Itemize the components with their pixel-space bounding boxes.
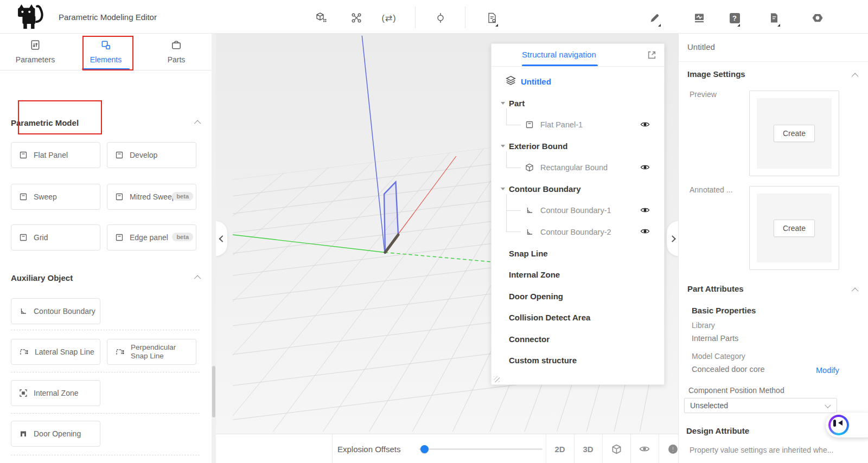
collapse-chevron-icon[interactable] <box>852 288 859 295</box>
library-label: Library <box>692 321 715 330</box>
tab-parameters[interactable]: Parameters <box>0 34 71 70</box>
eye-visibility-icon[interactable] <box>640 120 650 131</box>
element-button-lateral-snap-line[interactable]: Lateral Snap Line <box>11 339 100 365</box>
eye-icon <box>639 445 650 453</box>
tree-root-label[interactable]: Untitled <box>521 77 551 86</box>
help-icon[interactable]: ? <box>727 11 742 25</box>
scrollbar-thumb[interactable] <box>212 366 215 417</box>
visibility-button[interactable] <box>630 434 659 463</box>
tree-group-row: Snap Line <box>492 243 664 265</box>
annotated-image-box: Create <box>749 186 839 270</box>
explosion-slider-track[interactable] <box>419 448 542 450</box>
image-settings-title: Image Settings <box>687 69 745 79</box>
panel-resize-handle[interactable] <box>494 376 500 382</box>
preview-label: Preview <box>690 90 717 99</box>
assistant-button[interactable] <box>826 413 868 438</box>
dropdown-caret[interactable] <box>777 24 780 27</box>
element-button-mitred-sweep[interactable]: Mitred Sweep beta <box>107 184 196 210</box>
tree-group-label[interactable]: Contour Boundary <box>509 184 581 194</box>
element-button-flat-panel[interactable]: Flat Panel <box>11 142 100 168</box>
tab-parts[interactable]: Parts <box>141 34 212 70</box>
beta-badge: beta <box>172 233 193 241</box>
collapse-triangle-icon[interactable] <box>501 145 505 147</box>
collapse-right-panel-handle[interactable] <box>667 221 678 256</box>
tab-elements[interactable]: Elements <box>71 34 141 70</box>
viewport-toolbar: Explosion Offsets 2D 3D <box>216 434 678 463</box>
tab-structural-navigation[interactable]: Structural navigation <box>522 50 596 59</box>
flat-panel-icon <box>19 151 28 159</box>
tree-group-label[interactable]: Part <box>509 99 525 108</box>
tree-item-label[interactable]: Rectangular Bound <box>540 163 608 172</box>
element-button-develop[interactable]: Develop <box>107 142 196 168</box>
element-button-grid[interactable]: Grid <box>11 224 100 250</box>
edit-pencil-icon[interactable] <box>648 11 662 25</box>
dropdown-caret[interactable] <box>658 24 661 27</box>
eye-visibility-icon[interactable] <box>640 227 650 237</box>
collapse-chevron-icon[interactable] <box>194 275 201 282</box>
internal-zone-icon <box>19 389 28 397</box>
node-graph-icon[interactable] <box>349 11 363 25</box>
document-export-icon[interactable] <box>485 11 499 25</box>
tree-group-label[interactable]: Door Opening <box>509 292 563 301</box>
create-preview-button[interactable]: Create <box>774 125 815 142</box>
contour-boundary-icon <box>525 206 534 215</box>
document-list-icon[interactable] <box>767 11 781 25</box>
expand-panel-icon[interactable] <box>647 50 656 60</box>
eye-visibility-icon[interactable] <box>640 206 650 216</box>
element-button-perpendicular-snap-line[interactable]: Perpendicular Snap Line <box>107 339 196 365</box>
annotated-label: Annotated ... <box>690 185 732 194</box>
explosion-slider-thumb[interactable] <box>420 445 429 453</box>
divider <box>11 455 200 455</box>
cube-view-button[interactable] <box>602 434 630 463</box>
tree-group-row: Collision Detect Area <box>492 307 664 329</box>
swap-direction-icon[interactable]: (⇄) <box>380 11 398 25</box>
collapse-chevron-icon[interactable] <box>194 120 201 127</box>
tree-group-label[interactable]: Internal Zone <box>509 270 560 279</box>
preview-image-box: Create <box>749 91 839 176</box>
view-3d-button[interactable]: 3D <box>574 434 602 463</box>
tree-group-label[interactable]: Custom structure <box>509 356 577 365</box>
dropdown-caret[interactable] <box>495 24 498 27</box>
element-button-edge-panel[interactable]: Edge panel beta <box>107 224 196 250</box>
design-attribute-note: Property value settings are inherited wh… <box>690 446 833 454</box>
element-button-sweep[interactable]: Sweep <box>11 184 100 210</box>
tree-group-label[interactable]: Snap Line <box>509 249 548 258</box>
document-title-row: Untitled <box>679 34 868 62</box>
explosion-offsets-label: Explosion Offsets <box>337 434 400 463</box>
chevron-left-icon <box>219 235 226 242</box>
collapse-triangle-icon[interactable] <box>501 102 505 105</box>
select-value: Unselected <box>690 401 728 410</box>
door-opening-icon <box>19 429 28 438</box>
tree-group-label[interactable]: Connector <box>509 335 550 344</box>
eye-visibility-icon[interactable] <box>640 163 650 173</box>
basic-properties-title: Basic Properties <box>692 306 756 315</box>
settings-hexnut-icon[interactable] <box>810 11 825 25</box>
cube-icon <box>611 444 622 454</box>
section-title: Auxiliary Object <box>11 273 73 282</box>
header-separator <box>465 7 465 28</box>
tree-item-label[interactable]: Flat Panel-1 <box>540 120 583 129</box>
modify-link[interactable]: Modify <box>816 366 839 375</box>
flat-panel-icon <box>115 233 124 242</box>
tree-group-label[interactable]: Exterior Bound <box>509 142 567 151</box>
element-button-contour-boundary[interactable]: Contour Boundary <box>11 298 100 324</box>
element-button-door-opening[interactable]: Door Opening <box>11 421 100 447</box>
model-library-icon[interactable] <box>314 11 328 25</box>
component-position-select[interactable]: Unselected <box>684 398 837 413</box>
toolbar-separator <box>332 434 333 463</box>
tree-group-label[interactable]: Collision Detect Area <box>509 313 590 322</box>
collapse-triangle-icon[interactable] <box>501 188 505 190</box>
tree-item-label[interactable]: Contour Boundary-2 <box>540 228 611 236</box>
collapse-chevron-icon[interactable] <box>852 73 859 80</box>
warning-button[interactable] <box>659 434 687 463</box>
dropdown-caret[interactable] <box>737 24 740 27</box>
tab-label: Parts <box>168 55 186 64</box>
element-button-internal-zone[interactable]: Internal Zone <box>11 380 100 406</box>
tree-item-label[interactable]: Contour Boundary-1 <box>540 206 611 215</box>
monitor-activity-icon[interactable] <box>692 11 706 25</box>
create-annotated-button[interactable]: Create <box>774 220 815 237</box>
binding-link-icon[interactable] <box>433 11 448 25</box>
tree-item-row: Rectangular Bound <box>492 157 664 179</box>
tab-label: Parameters <box>16 55 55 64</box>
view-2d-button[interactable]: 2D <box>546 434 574 463</box>
